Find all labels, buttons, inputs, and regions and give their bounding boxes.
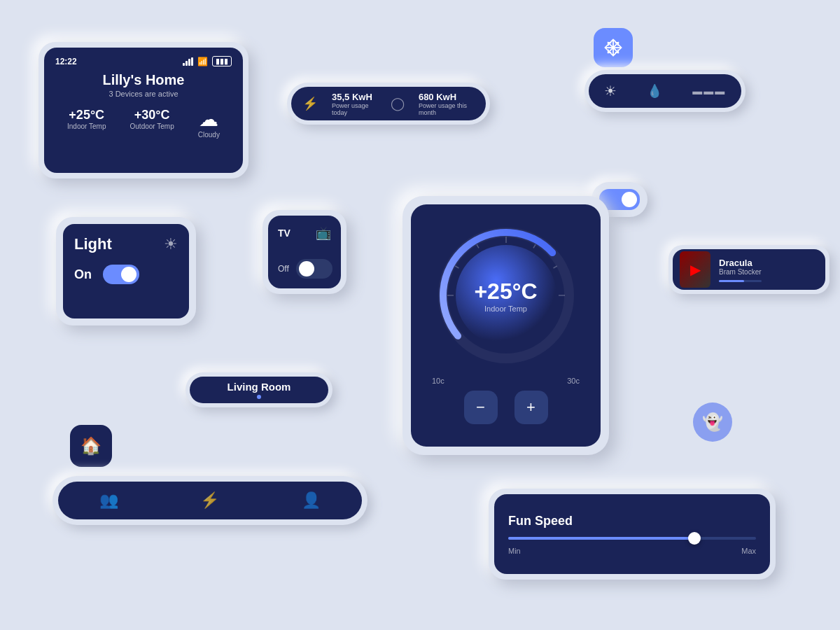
ghost-icon: 👻	[702, 412, 723, 432]
living-room-button[interactable]: Living Room	[186, 372, 332, 407]
light-status: On	[74, 267, 92, 282]
slider-track	[508, 537, 756, 540]
nav-group-icon[interactable]: 👥	[99, 491, 118, 510]
thermostat-max: 30c	[567, 377, 580, 385]
weather-label: Cloudy	[198, 131, 220, 139]
ac-icon[interactable]: ▬▬▬	[692, 85, 726, 97]
indoor-temp: +25°C	[67, 108, 106, 122]
home-name: Lilly's Home	[55, 72, 232, 88]
slider-fill	[508, 537, 694, 540]
light-card: Light ☀ On	[56, 217, 196, 326]
book-progress-fill	[719, 280, 744, 282]
indoor-label: Indoor Temp	[67, 122, 106, 130]
slider-thumb[interactable]	[688, 532, 701, 545]
tv-icon: 📺	[316, 225, 331, 241]
energy-month-label: Power usage this month	[419, 102, 475, 116]
home-icon-button[interactable]: 🏠	[70, 425, 112, 467]
living-room-indicator	[257, 395, 261, 399]
thermostat-dial: +25°C Indoor Temp	[436, 225, 576, 365]
nav-person-icon[interactable]: 👤	[302, 491, 321, 510]
bottom-nav: 👥 ⚡ 👤	[52, 476, 368, 525]
outdoor-temp: +30°C	[130, 108, 174, 122]
tv-toggle[interactable]	[296, 259, 332, 279]
light-sun-icon: ☀	[164, 235, 178, 253]
slider-min-label: Min	[508, 547, 521, 555]
energy-today-label: Power usage today	[332, 102, 377, 116]
outdoor-label: Outdoor Temp	[130, 122, 174, 130]
fun-speed-card: Fun Speed Min Max	[489, 489, 776, 580]
thermostat-label: Indoor Temp	[474, 304, 537, 313]
living-room-label: Living Room	[227, 381, 291, 393]
home-icon: 🏠	[80, 436, 102, 456]
book-progress-bar	[719, 280, 762, 282]
energy-today-val: 35,5 KwH	[332, 92, 377, 102]
tv-status: Off	[278, 264, 289, 274]
fun-speed-slider[interactable]	[508, 537, 756, 540]
toggle-overlay-knob	[622, 192, 637, 207]
thermostat-min: 10c	[432, 377, 444, 385]
book-cover-image: ▶	[680, 251, 710, 288]
drop-icon[interactable]: 💧	[647, 83, 662, 99]
energy-month-val: 680 KwH	[419, 92, 475, 102]
tv-toggle-knob	[299, 261, 314, 276]
slider-max-label: Max	[741, 547, 756, 555]
nav-lightning-icon[interactable]: ⚡	[200, 491, 219, 510]
tv-title: TV	[278, 227, 290, 239]
temp-decrease-button[interactable]: −	[464, 391, 498, 424]
book-title: Dracula	[719, 258, 762, 268]
energy-card: ⚡ 35,5 KwH Power usage today ◯ 680 KwH P…	[287, 83, 490, 125]
book-author: Bram Stocker	[719, 268, 762, 276]
book-card: ▶ Dracula Bram Stocker	[668, 245, 830, 294]
ghost-button[interactable]: 👻	[693, 402, 732, 442]
svg-line-5	[477, 244, 479, 248]
thermostat-card: +25°C Indoor Temp 10c 30c − +	[402, 196, 609, 455]
home-status-card: 12:22 📶 ▮▮▮ Lilly's Home 3 Devices are a…	[38, 42, 248, 178]
sun-icon[interactable]: ☀	[604, 83, 617, 99]
toggle-knob	[121, 267, 136, 282]
svg-line-7	[533, 244, 536, 248]
thermostat-temp: +25°C	[474, 279, 537, 304]
light-toggle[interactable]	[103, 265, 139, 284]
svg-line-4	[455, 266, 458, 268]
home-subtitle: 3 Devices are active	[55, 90, 232, 98]
controls-bar: ☀ 💧 ▬▬▬	[584, 70, 746, 112]
snow-button[interactable]	[594, 28, 633, 67]
tv-card: TV 📺 Off	[262, 210, 346, 294]
temp-increase-button[interactable]: +	[514, 391, 548, 424]
clock: 12:22	[55, 57, 77, 66]
svg-line-8	[553, 266, 556, 268]
fun-speed-title: Fun Speed	[508, 514, 756, 528]
light-title: Light	[74, 235, 112, 253]
